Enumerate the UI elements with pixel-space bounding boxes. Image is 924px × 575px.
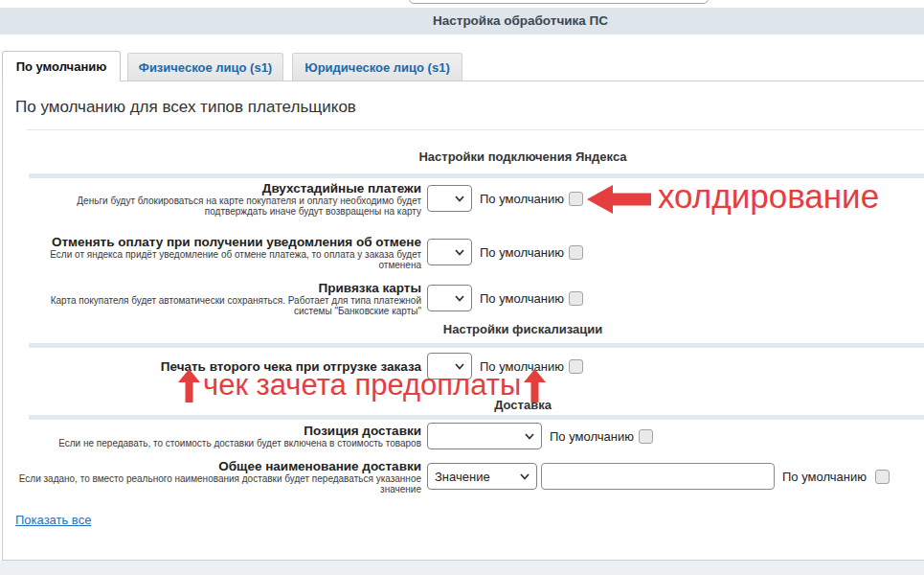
setting-description: Если задано, то вместо реального наимено…: [3, 473, 421, 484]
page-title: Настройка обработчика ПС: [433, 8, 608, 34]
default-checkbox-label: По умолчанию: [480, 245, 564, 260]
default-checkbox-label: По умолчанию: [782, 470, 867, 484]
card-binding-default-checkbox[interactable]: [569, 291, 583, 306]
red-left-arrow-icon: [587, 185, 651, 214]
delivery-position-select[interactable]: [427, 423, 542, 449]
setting-label: Позиция доставки: [3, 424, 421, 438]
setting-row-cancel-payment: Отменять оплату при получении уведомлени…: [3, 231, 924, 273]
card-binding-select[interactable]: [427, 285, 472, 311]
setting-description: отменена: [3, 260, 421, 270]
setting-label: Двухстадийные платежи: [3, 181, 421, 196]
chevron-down-icon: [455, 249, 464, 256]
setting-label: Общее наименование доставки: [3, 459, 421, 473]
divider: [27, 129, 924, 130]
delivery-name-default-checkbox[interactable]: [875, 470, 890, 484]
chevron-down-icon: [525, 433, 534, 440]
section-header-yandex: Настройки подключения Яндекса: [29, 150, 924, 164]
setting-label: Отменять оплату при получении уведомлени…: [3, 235, 421, 249]
section-header-delivery: Доставка: [29, 398, 924, 412]
second-receipt-default-checkbox[interactable]: [569, 359, 583, 374]
page: Настройка обработчика ПС По умолчанию Фи…: [0, 0, 924, 575]
chevron-down-icon: [520, 473, 530, 480]
delivery-name-mode-select[interactable]: Значение: [427, 463, 537, 490]
setting-description: значение: [3, 484, 421, 494]
delivery-name-mode-value: Значение: [435, 470, 490, 484]
delivery-position-default-checkbox[interactable]: [639, 429, 653, 444]
tab-individual[interactable]: Физическое лицо (s1): [127, 53, 283, 80]
delivery-name-input[interactable]: [541, 463, 775, 490]
holding-annotation: холдирование: [658, 178, 879, 215]
page-background-strip: [0, 561, 924, 575]
default-checkbox-label: По умолчанию: [550, 429, 634, 444]
default-checkbox-label: По умолчанию: [480, 192, 564, 206]
prepayment-annotation-text: чек зачета предоплаты: [203, 369, 521, 402]
setting-description: Если от яндекса придёт уведомление об от…: [3, 249, 421, 260]
setting-label: Привязка карты: [3, 281, 421, 295]
default-checkbox-label: По умолчанию: [480, 291, 564, 306]
section-bar: [29, 343, 924, 348]
setting-description: подтверждать иначе будут возвращены на к…: [3, 206, 421, 217]
two-stage-payments-select[interactable]: [427, 185, 472, 212]
setting-description: Если не передавать, то стоимость доставк…: [3, 438, 421, 448]
tab-default[interactable]: По умолчанию: [2, 51, 121, 81]
cancel-payment-select[interactable]: [427, 239, 472, 265]
tab-legal-entity[interactable]: Юридическое лицо (s1): [292, 53, 462, 80]
settings-panel: По умолчанию для всех типов плательщиков…: [2, 80, 924, 561]
panel-heading: По умолчанию для всех типов плательщиков: [15, 98, 356, 117]
settings-header-bar: Настройка обработчика ПС: [0, 8, 924, 34]
section-header-fiscal: Настройки фискализации: [29, 322, 924, 336]
cropped-top-input[interactable]: [409, 0, 709, 4]
setting-row-two-stage-payments: Двухстадийные платежи Деньги будут блоки…: [3, 176, 924, 220]
cancel-payment-default-checkbox[interactable]: [569, 245, 583, 260]
chevron-down-icon: [455, 295, 464, 302]
setting-description: системы "Банковские карты": [3, 306, 421, 316]
setting-row-delivery-position: Позиция доставки Если не передавать, то …: [3, 419, 924, 453]
setting-description: Карта покупателя будет автоматически сох…: [3, 295, 421, 306]
chevron-down-icon: [455, 196, 464, 202]
show-all-link[interactable]: Показать все: [15, 513, 91, 527]
setting-description: Деньги будут блокироваться на карте поку…: [3, 196, 421, 206]
setting-row-delivery-name: Общее наименование доставки Если задано,…: [3, 454, 924, 498]
two-stage-payments-default-checkbox[interactable]: [569, 192, 583, 206]
setting-row-card-binding: Привязка карты Карта покупателя будет ав…: [3, 276, 924, 320]
